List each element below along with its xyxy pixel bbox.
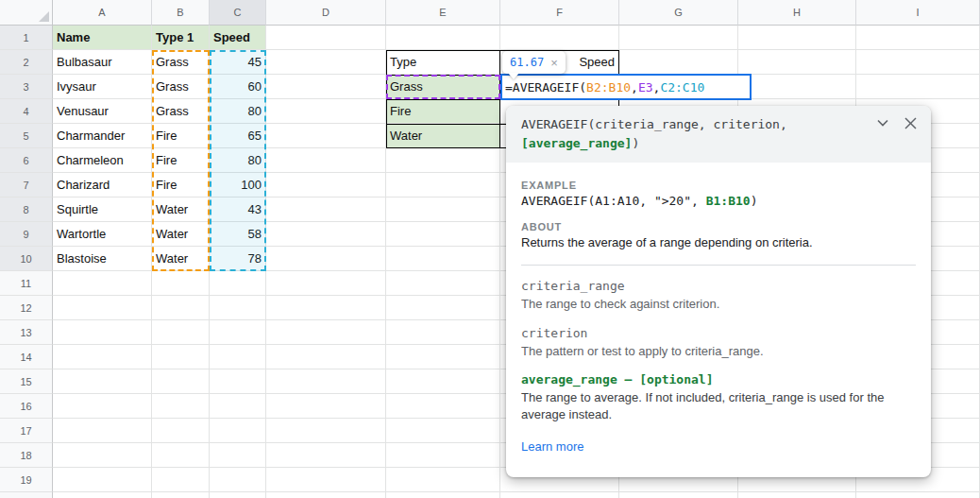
row-header-14[interactable]: 14 xyxy=(0,345,53,369)
cell-B8[interactable]: Water xyxy=(152,197,210,222)
cell-A2[interactable]: Bulbasaur xyxy=(53,50,152,75)
cell-E15[interactable] xyxy=(386,369,500,394)
cell-D4[interactable] xyxy=(266,99,386,124)
cell-E14[interactable] xyxy=(386,345,500,369)
cell-D11[interactable] xyxy=(266,271,386,296)
cell-C20[interactable] xyxy=(210,492,266,498)
cell-A13[interactable] xyxy=(53,320,152,345)
cell-B20[interactable] xyxy=(152,492,210,498)
learn-more-link[interactable]: Learn more xyxy=(521,439,583,454)
row-header-11[interactable]: 11 xyxy=(0,271,53,296)
row-header-15[interactable]: 15 xyxy=(0,369,53,394)
cell-G20[interactable] xyxy=(619,492,738,498)
cell-I2[interactable] xyxy=(856,50,980,75)
select-all-corner[interactable] xyxy=(0,0,53,26)
column-header-G[interactable]: G xyxy=(619,0,738,26)
cell-B14[interactable] xyxy=(152,345,210,369)
cell-B19[interactable] xyxy=(152,468,210,492)
column-header-B[interactable]: B xyxy=(152,0,210,26)
row-header-1[interactable]: 1 xyxy=(0,26,53,50)
cell-A14[interactable] xyxy=(53,345,152,369)
cell-C2[interactable]: 45 xyxy=(210,50,266,75)
cell-B7[interactable]: Fire xyxy=(152,173,210,197)
cell-G2[interactable] xyxy=(619,50,738,75)
cell-E18[interactable] xyxy=(386,443,500,468)
cell-A3[interactable]: Ivysaur xyxy=(53,75,152,99)
cell-A12[interactable] xyxy=(53,296,152,320)
column-header-I[interactable]: I xyxy=(856,0,980,26)
cell-C13[interactable] xyxy=(210,320,266,345)
cell-F1[interactable] xyxy=(500,26,619,50)
tooltip-close-icon[interactable]: × xyxy=(550,56,558,70)
column-header-F[interactable]: F xyxy=(500,0,619,26)
cell-C8[interactable]: 43 xyxy=(210,197,266,222)
cell-A18[interactable] xyxy=(53,443,152,468)
cell-C6[interactable]: 80 xyxy=(210,148,266,173)
row-header-7[interactable]: 7 xyxy=(0,173,53,197)
cell-E13[interactable] xyxy=(386,320,500,345)
row-header-13[interactable]: 13 xyxy=(0,320,53,345)
cell-A5[interactable]: Charmander xyxy=(53,124,152,148)
cell-D20[interactable] xyxy=(266,492,386,498)
cell-D10[interactable] xyxy=(266,247,386,271)
chevron-down-icon[interactable] xyxy=(875,115,890,130)
cell-E1[interactable] xyxy=(386,26,500,50)
cell-A11[interactable] xyxy=(53,271,152,296)
cell-E17[interactable] xyxy=(386,419,500,443)
cell-F20[interactable] xyxy=(500,492,619,498)
cell-C18[interactable] xyxy=(210,443,266,468)
cell-C11[interactable] xyxy=(210,271,266,296)
cell-A9[interactable]: Wartortle xyxy=(53,222,152,247)
cell-H1[interactable] xyxy=(738,26,856,50)
cell-D9[interactable] xyxy=(266,222,386,247)
row-header-17[interactable]: 17 xyxy=(0,419,53,443)
cell-E3[interactable]: Grass xyxy=(386,75,500,99)
row-header-4[interactable]: 4 xyxy=(0,99,53,124)
cell-D15[interactable] xyxy=(266,369,386,394)
cell-B15[interactable] xyxy=(152,369,210,394)
cell-G1[interactable] xyxy=(619,26,738,50)
cell-B9[interactable]: Water xyxy=(152,222,210,247)
cell-C5[interactable]: 65 xyxy=(210,124,266,148)
cell-I3[interactable] xyxy=(856,75,980,99)
cell-B12[interactable] xyxy=(152,296,210,320)
cell-C9[interactable]: 58 xyxy=(210,222,266,247)
cell-B16[interactable] xyxy=(152,394,210,419)
cell-D8[interactable] xyxy=(266,197,386,222)
cell-C4[interactable]: 80 xyxy=(210,99,266,124)
cell-D16[interactable] xyxy=(266,394,386,419)
cell-A6[interactable]: Charmeleon xyxy=(53,148,152,173)
cell-D19[interactable] xyxy=(266,468,386,492)
cell-A10[interactable]: Blastoise xyxy=(53,247,152,271)
row-header-16[interactable]: 16 xyxy=(0,394,53,419)
cell-E7[interactable] xyxy=(386,173,500,197)
cell-H3[interactable] xyxy=(738,75,856,99)
cell-H2[interactable] xyxy=(738,50,856,75)
row-header-2[interactable]: 2 xyxy=(0,50,53,75)
cell-E20[interactable] xyxy=(386,492,500,498)
cell-B1[interactable]: Type 1 xyxy=(152,26,210,50)
column-header-C[interactable]: C xyxy=(210,0,266,26)
row-header-3[interactable]: 3 xyxy=(0,75,53,99)
cell-A4[interactable]: Venusaur xyxy=(53,99,152,124)
cell-D7[interactable] xyxy=(266,173,386,197)
cell-E8[interactable] xyxy=(386,197,500,222)
cell-E19[interactable] xyxy=(386,468,500,492)
row-header-10[interactable]: 10 xyxy=(0,247,53,271)
cell-E12[interactable] xyxy=(386,296,500,320)
column-header-H[interactable]: H xyxy=(738,0,856,26)
row-header-20[interactable] xyxy=(0,492,53,498)
cell-A1[interactable]: Name xyxy=(53,26,152,50)
cell-E16[interactable] xyxy=(386,394,500,419)
cell-D6[interactable] xyxy=(266,148,386,173)
row-header-12[interactable]: 12 xyxy=(0,296,53,320)
row-header-18[interactable]: 18 xyxy=(0,443,53,468)
row-header-19[interactable]: 19 xyxy=(0,468,53,492)
cell-D12[interactable] xyxy=(266,296,386,320)
cell-C16[interactable] xyxy=(210,394,266,419)
column-header-E[interactable]: E xyxy=(386,0,500,26)
cell-C1[interactable]: Speed xyxy=(210,26,266,50)
cell-A8[interactable]: Squirtle xyxy=(53,197,152,222)
cell-E4[interactable]: Fire xyxy=(386,99,500,124)
cell-D5[interactable] xyxy=(266,124,386,148)
